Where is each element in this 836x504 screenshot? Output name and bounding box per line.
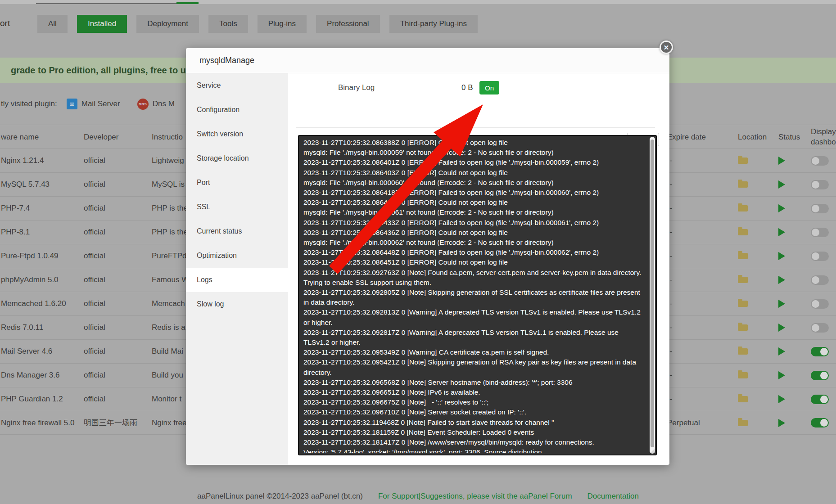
dashboard-toggle[interactable] — [811, 180, 829, 189]
modal-content: Binary Log 0 B On Error log Empty 2023-1… — [288, 73, 669, 465]
dashboard-toggle[interactable] — [811, 275, 829, 285]
scrollbar-track[interactable] — [650, 137, 655, 454]
toggle-knob — [820, 348, 828, 356]
menu-slow-log[interactable]: Slow log — [186, 292, 288, 316]
plugin-expire: -- — [667, 173, 738, 196]
folder-icon[interactable] — [738, 158, 748, 164]
dashboard-toggle[interactable] — [811, 347, 829, 356]
recently-visited-row: tly visited plugin: ✉ Mail Server DNS Dn… — [1, 92, 175, 116]
dashboard-toggle[interactable] — [811, 395, 829, 404]
folder-icon[interactable] — [738, 229, 748, 235]
play-icon[interactable] — [778, 347, 785, 356]
filter-professional[interactable]: Professional — [316, 15, 380, 33]
play-icon[interactable] — [778, 252, 785, 260]
plugin-developer: official — [84, 173, 152, 196]
dashboard-toggle[interactable] — [811, 156, 829, 166]
plugin-name: phpMyAdmin 5.0 — [0, 268, 84, 292]
footer-forum-link[interactable]: For Support|Suggestions, please visit th… — [378, 492, 572, 501]
menu-current-status[interactable]: Current status — [186, 219, 288, 243]
play-icon[interactable] — [778, 300, 785, 308]
dashboard-toggle[interactable] — [811, 418, 829, 428]
plugin-name: Memcached 1.6.20 — [0, 292, 84, 315]
folder-icon[interactable] — [738, 205, 748, 212]
sort-label: ort — [0, 18, 10, 28]
folder-icon[interactable] — [738, 372, 748, 378]
dashboard-toggle[interactable] — [811, 323, 829, 333]
folder-icon[interactable] — [738, 301, 748, 307]
dashboard-toggle[interactable] — [811, 371, 829, 380]
toggle-knob — [812, 181, 819, 189]
recent-plugin-dns-manager[interactable]: DNS Dns M — [137, 99, 175, 110]
filter-thirdparty[interactable]: Third-party Plug-ins — [389, 15, 478, 33]
menu-port[interactable]: Port — [186, 171, 288, 195]
menu-configuration[interactable]: Configuration — [186, 98, 288, 122]
resize-grip-icon[interactable] — [650, 449, 655, 453]
recent-plugin-mail-server[interactable]: ✉ Mail Server — [67, 99, 120, 109]
folder-icon[interactable] — [738, 348, 748, 355]
play-icon[interactable] — [778, 276, 785, 284]
close-icon[interactable]: ✕ — [660, 40, 673, 54]
toggle-knob — [820, 396, 828, 403]
play-icon[interactable] — [778, 228, 785, 236]
plugin-developer: official — [84, 364, 152, 387]
dashboard-toggle[interactable] — [811, 299, 829, 309]
play-icon[interactable] — [778, 395, 785, 403]
menu-storage-location[interactable]: Storage location — [186, 146, 288, 171]
filter-deployment[interactable]: Deployment — [136, 15, 199, 33]
plugin-name: PHP Guardian 1.2 — [0, 387, 84, 411]
folder-icon[interactable] — [738, 420, 748, 426]
footer-docs-link[interactable]: Documentation — [587, 492, 639, 501]
menu-switch-version[interactable]: Switch version — [186, 122, 288, 146]
folder-icon[interactable] — [738, 277, 748, 283]
plugin-expire: -- — [667, 364, 738, 387]
col-header-dashboard: Display dashbo — [811, 126, 836, 148]
dashboard-toggle[interactable] — [811, 204, 829, 213]
plugin-expire: -- — [667, 268, 738, 292]
play-icon[interactable] — [778, 180, 785, 189]
recent-plugin-label: Dns M — [153, 99, 175, 108]
plugin-expire: -- — [667, 387, 738, 411]
plugin-developer: official — [84, 316, 152, 339]
mysqld-manage-modal: mysqldManage Service Configuration Switc… — [186, 48, 669, 465]
toggle-knob — [812, 157, 819, 165]
filter-plugins[interactable]: Plug-ins — [258, 15, 307, 33]
filter-all[interactable]: All — [37, 15, 68, 33]
folder-icon[interactable] — [738, 396, 748, 402]
toggle-knob — [820, 372, 828, 379]
folder-icon[interactable] — [738, 253, 748, 259]
col-header-name: ware name — [0, 126, 84, 148]
play-icon[interactable] — [778, 371, 785, 379]
filter-tools[interactable]: Tools — [208, 15, 248, 33]
filter-installed[interactable]: Installed — [77, 15, 127, 33]
plugin-name: Redis 7.0.11 — [0, 316, 84, 339]
dashboard-toggle[interactable] — [811, 252, 829, 261]
folder-icon[interactable] — [738, 181, 748, 188]
play-icon[interactable] — [778, 324, 785, 332]
plugin-name: PHP-7.4 — [0, 197, 84, 220]
scrollbar-thumb[interactable] — [651, 140, 654, 447]
plugin-expire: -- — [667, 292, 738, 315]
menu-optimization[interactable]: Optimization — [186, 243, 288, 268]
toggle-knob — [820, 419, 828, 427]
banner-text: grade to Pro edition, all plugins, free … — [11, 65, 199, 76]
play-icon[interactable] — [778, 204, 785, 212]
plugin-expire: -- — [667, 149, 738, 172]
folder-icon[interactable] — [738, 324, 748, 331]
plugin-name: Pure-Ftpd 1.0.49 — [0, 244, 84, 268]
plugin-expire: -- — [667, 220, 738, 244]
dns-icon: DNS — [137, 99, 149, 110]
play-icon[interactable] — [778, 157, 785, 165]
plugin-name: PHP-8.1 — [0, 220, 84, 244]
plugin-developer: official — [84, 268, 152, 292]
menu-service[interactable]: Service — [186, 73, 288, 98]
menu-ssl[interactable]: SSL — [186, 195, 288, 219]
toggle-knob — [812, 324, 819, 332]
dashboard-toggle[interactable] — [811, 228, 829, 237]
tab-bar-border — [36, 3, 199, 4]
plugin-name: Nginx free firewall 5.0 — [0, 411, 84, 434]
menu-logs[interactable]: Logs — [186, 268, 288, 292]
play-icon[interactable] — [778, 419, 785, 427]
error-log-console[interactable]: 2023-11-27T10:25:32.086388Z 0 [ERROR] Co… — [298, 135, 657, 455]
binary-log-on-button[interactable]: On — [479, 81, 499, 94]
modal-title: mysqldManage — [199, 56, 254, 65]
